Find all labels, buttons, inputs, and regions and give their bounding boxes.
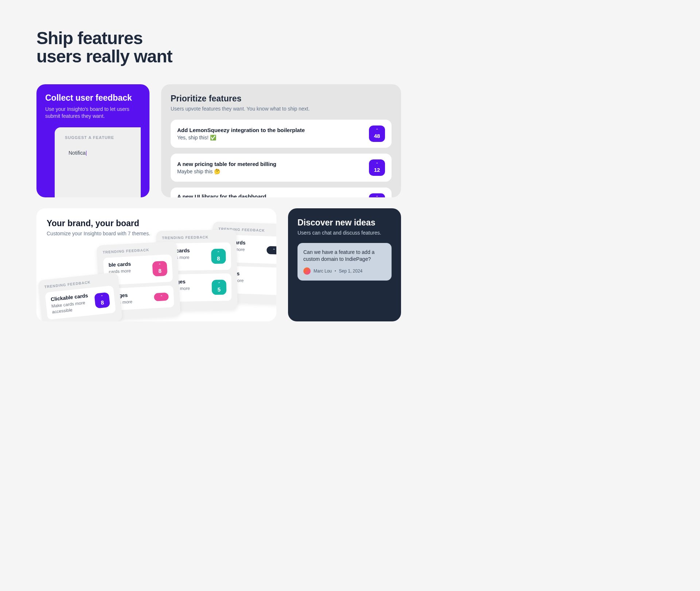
vote-count: 48	[374, 133, 380, 139]
chevron-up-icon: ⌃	[217, 251, 220, 255]
feature-desc: Yes, ship this! ✅	[177, 135, 305, 140]
vote-count: 12	[374, 167, 380, 173]
separator-dot: •	[335, 269, 336, 273]
feature-item: A new pricing table for metered billing …	[171, 154, 392, 182]
chat-date: Sep 1, 2024	[339, 269, 363, 274]
feature-title: A new pricing table for metered billing	[177, 161, 276, 167]
upvote-button[interactable]: ⌃	[267, 246, 276, 254]
feature-title: A new UI library for the dashboard	[177, 193, 266, 197]
prioritize-title: Prioritize features	[171, 94, 392, 104]
chat-text: Can we have a feature to add a custom do…	[303, 249, 386, 263]
discover-title: Discover new ideas	[298, 218, 392, 228]
chevron-up-icon: ⌃	[100, 295, 104, 299]
suggest-label: SUGGEST A FEATURE	[65, 135, 131, 140]
upvote-button[interactable]: ⌃	[369, 193, 385, 197]
discover-subtitle: Users can chat and discuss features.	[298, 230, 392, 236]
upvote-button[interactable]: ⌃5	[211, 280, 226, 295]
feature-item: Add LemonSqueezy integration to the boil…	[171, 120, 392, 148]
avatar	[303, 267, 311, 275]
theme-previews: TRENDING FEEDBACK ble cardscards moresib…	[36, 256, 276, 321]
suggest-feature-box: SUGGEST A FEATURE Notifica	[55, 127, 141, 197]
feature-title: Add LemonSqueezy integration to the boil…	[177, 127, 305, 133]
upvote-button[interactable]: ⌃	[154, 293, 169, 301]
chevron-up-icon: ⌃	[158, 263, 162, 267]
upvote-button[interactable]: ⌃8	[211, 249, 226, 264]
chevron-up-icon: ⌃	[376, 128, 378, 132]
theme-preview-card: TRENDING FEEDBACK Clickable cardsMake ca…	[38, 272, 123, 321]
chat-meta: Marc Lou • Sep 1, 2024	[303, 267, 386, 275]
chevron-up-icon: ⌃	[376, 196, 378, 197]
brand-card: Your brand, your board Customize your In…	[36, 208, 276, 321]
upvote-button[interactable]: ⌃ 48	[369, 125, 385, 142]
upvote-button[interactable]: ⌃ 12	[369, 159, 385, 176]
collect-subtitle: Use your Insighto's board to let users s…	[45, 106, 141, 120]
chevron-up-icon: ⌃	[160, 295, 163, 299]
prioritize-card: Prioritize features Users upvote feature…	[161, 84, 401, 197]
chevron-up-icon: ⌃	[376, 162, 378, 166]
feature-item: A new UI library for the dashboard ⌃	[171, 188, 392, 197]
chevron-up-icon: ⌃	[218, 282, 221, 286]
prioritize-subtitle: Users upvote features they want. You kno…	[171, 106, 392, 112]
suggest-input[interactable]: Notifica	[69, 150, 131, 156]
upvote-button[interactable]: ⌃8	[152, 261, 167, 277]
collect-title: Collect user feedback	[45, 93, 141, 103]
upvote-button[interactable]: ⌃8	[94, 292, 110, 308]
discover-card: Discover new ideas Users can chat and di…	[288, 208, 401, 321]
chat-author: Marc Lou	[314, 269, 332, 274]
chat-message: Can we have a feature to add a custom do…	[298, 243, 392, 281]
collect-feedback-card: Collect user feedback Use your Insighto'…	[36, 84, 149, 197]
chevron-up-icon: ⌃	[272, 248, 275, 252]
hero-title: Ship featuresusers really want	[36, 29, 401, 66]
feature-desc: Maybe ship this 🤔	[177, 169, 276, 174]
